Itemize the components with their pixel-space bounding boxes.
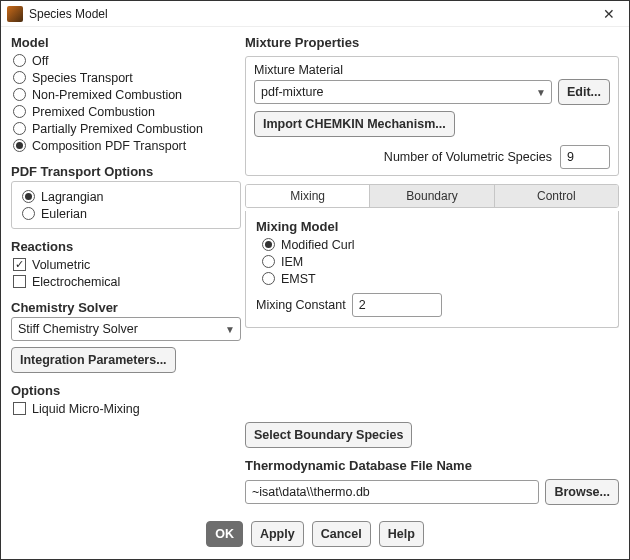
model-group: Model OffSpecies TransportNon-Premixed C… [11,33,241,154]
tabs: MixingBoundaryControl [245,184,619,208]
reactions-title: Reactions [11,239,241,254]
titlebar: Species Model ✕ [1,1,629,27]
radio-icon [13,88,26,101]
option-check-liquid-micro-mixing[interactable]: Liquid Micro-Mixing [11,400,241,417]
mixture-material-value: pdf-mixture [255,85,531,99]
model-title: Model [11,35,241,50]
mixture-properties-panel: Mixture Material pdf-mixture ▼ Edit... I… [245,56,619,176]
browse-button[interactable]: Browse... [545,479,619,505]
tab-mixing[interactable]: Mixing [246,185,369,207]
mixing-constant-input[interactable] [352,293,442,317]
model-radio-species-transport[interactable]: Species Transport [11,69,241,86]
chemistry-solver-value: Stiff Chemistry Solver [12,322,220,336]
radio-label: Lagrangian [41,190,104,204]
radio-icon [13,122,26,135]
dialog-footer: OK Apply Cancel Help [1,511,629,559]
radio-label: Premixed Combustion [32,105,155,119]
thermo-db-input[interactable] [245,480,539,504]
reaction-check-volumetric[interactable]: Volumetric [11,256,241,273]
pdf-radio-eulerian[interactable]: Eulerian [20,205,232,222]
radio-label: Non-Premixed Combustion [32,88,182,102]
help-button[interactable]: Help [379,521,424,547]
integration-parameters-button[interactable]: Integration Parameters... [11,347,176,373]
options-group: Options Liquid Micro-Mixing [11,381,241,417]
select-boundary-species-button[interactable]: Select Boundary Species [245,422,412,448]
mixing-radio-iem[interactable]: IEM [260,253,608,270]
checkbox-label: Liquid Micro-Mixing [32,402,140,416]
model-radio-premixed-combustion[interactable]: Premixed Combustion [11,103,241,120]
radio-label: Species Transport [32,71,133,85]
radio-label: IEM [281,255,303,269]
close-icon[interactable]: ✕ [595,6,623,22]
checkbox-icon [13,275,26,288]
ok-button[interactable]: OK [206,521,243,547]
apply-button[interactable]: Apply [251,521,304,547]
mixing-radio-modified-curl[interactable]: Modified Curl [260,236,608,253]
options-title: Options [11,383,241,398]
radio-label: EMST [281,272,316,286]
mixing-constant-label: Mixing Constant [256,298,346,312]
mixing-model-title: Mixing Model [256,219,608,234]
window-title: Species Model [29,7,595,21]
mixture-material-select[interactable]: pdf-mixture ▼ [254,80,552,104]
checkbox-icon [13,258,26,271]
radio-label: Partially Premixed Combustion [32,122,203,136]
radio-icon [13,139,26,152]
species-model-dialog: Species Model ✕ Model OffSpecies Transpo… [0,0,630,560]
model-radio-non-premixed-combustion[interactable]: Non-Premixed Combustion [11,86,241,103]
num-species-label: Number of Volumetric Species [384,150,552,164]
mixture-properties-title: Mixture Properties [245,35,619,50]
radio-icon [13,71,26,84]
radio-icon [262,272,275,285]
chevron-down-icon: ▼ [220,324,240,335]
checkbox-label: Volumetric [32,258,90,272]
model-radio-composition-pdf-transport[interactable]: Composition PDF Transport [11,137,241,154]
mixture-material-label: Mixture Material [254,63,610,77]
pdf-transport-group: PDF Transport Options LagrangianEulerian [11,162,241,229]
radio-icon [22,190,35,203]
reactions-group: Reactions VolumetricElectrochemical [11,237,241,290]
chemistry-solver-group: Chemistry Solver Stiff Chemistry Solver … [11,298,241,373]
radio-icon [13,105,26,118]
radio-label: Off [32,54,48,68]
radio-label: Modified Curl [281,238,355,252]
mixing-radio-emst[interactable]: EMST [260,270,608,287]
checkbox-icon [13,402,26,415]
tab-boundary[interactable]: Boundary [369,185,493,207]
radio-icon [13,54,26,67]
radio-icon [262,255,275,268]
reaction-check-electrochemical[interactable]: Electrochemical [11,273,241,290]
pdf-radio-lagrangian[interactable]: Lagrangian [20,188,232,205]
model-radio-partially-premixed-combustion[interactable]: Partially Premixed Combustion [11,120,241,137]
radio-label: Eulerian [41,207,87,221]
radio-label: Composition PDF Transport [32,139,186,153]
chemistry-solver-select[interactable]: Stiff Chemistry Solver ▼ [11,317,241,341]
mixing-panel: Mixing Model Modified CurlIEMEMST Mixing… [245,211,619,328]
edit-material-button[interactable]: Edit... [558,79,610,105]
checkbox-label: Electrochemical [32,275,120,289]
pdf-transport-title: PDF Transport Options [11,164,241,179]
cancel-button[interactable]: Cancel [312,521,371,547]
tab-control[interactable]: Control [494,185,618,207]
radio-icon [22,207,35,220]
model-radio-off[interactable]: Off [11,52,241,69]
import-chemkin-button[interactable]: Import CHEMKIN Mechanism... [254,111,455,137]
app-icon [7,6,23,22]
chevron-down-icon: ▼ [531,87,551,98]
radio-icon [262,238,275,251]
num-species-input[interactable] [560,145,610,169]
chemistry-solver-title: Chemistry Solver [11,300,241,315]
thermo-db-title: Thermodynamic Database File Name [245,458,619,473]
